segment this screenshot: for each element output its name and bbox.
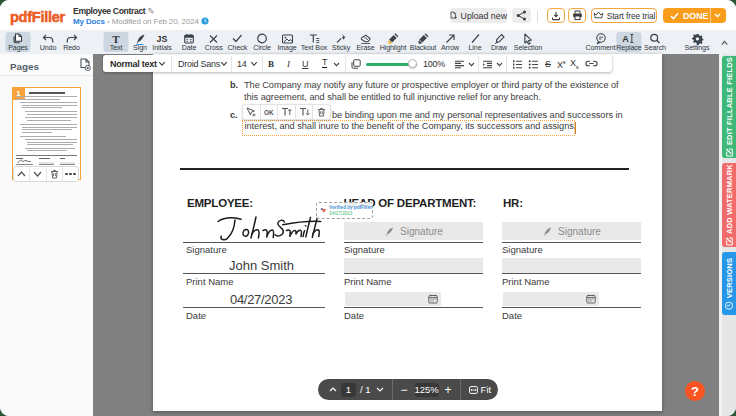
svg-text:A: A	[622, 34, 629, 44]
